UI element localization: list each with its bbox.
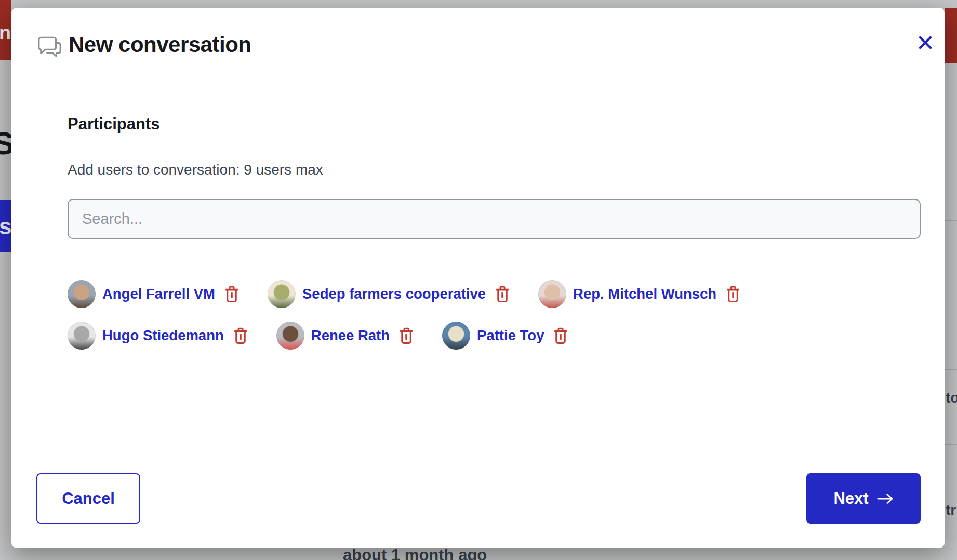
- participant-item: Sedep farmers cooperative: [268, 280, 510, 308]
- avatar: [68, 280, 96, 308]
- participant-item: Pattie Toy: [442, 322, 568, 350]
- backdrop-timestamp-fragment: about 1 month ago: [343, 546, 561, 560]
- arrow-right-icon: [877, 492, 894, 505]
- backdrop-active-nav-text-fragment: sa: [0, 214, 11, 239]
- participant-item: Rep. Mitchel Wunsch: [538, 280, 741, 308]
- trash-icon: [553, 327, 568, 344]
- screen: nv S sa to tr about 1 month ago New conv…: [0, 0, 957, 560]
- participant-name-link[interactable]: Hugo Stiedemann: [102, 327, 224, 344]
- participants-hint: Add users to conversation: 9 users max: [68, 162, 323, 178]
- backdrop-row-divider: [945, 444, 957, 445]
- backdrop-text-fragment: to: [946, 390, 957, 407]
- modal-title: New conversation: [69, 32, 251, 57]
- participant-name-link[interactable]: Rep. Mitchel Wunsch: [573, 286, 716, 302]
- trash-icon: [233, 327, 248, 344]
- backdrop-nav-text-fragment: nv: [0, 22, 11, 44]
- trash-icon: [224, 285, 240, 303]
- next-button-label: Next: [833, 489, 868, 508]
- backdrop-row-divider: [945, 369, 957, 370]
- backdrop-text-fragment: tr: [946, 502, 957, 519]
- new-conversation-modal: New conversation Participants Add users …: [11, 8, 945, 548]
- participants-heading: Participants: [68, 115, 160, 134]
- chat-bubbles-icon: [37, 35, 62, 59]
- cancel-button[interactable]: Cancel: [36, 473, 140, 524]
- close-button[interactable]: [915, 33, 935, 52]
- trash-icon: [495, 285, 510, 303]
- participant-name-link[interactable]: Pattie Toy: [477, 327, 544, 344]
- avatar: [68, 322, 96, 350]
- backdrop-row-divider: [945, 220, 957, 221]
- trash-icon: [398, 327, 414, 344]
- participant-list: Angel Farrell VM Sedep farmers cooperati…: [68, 280, 925, 350]
- delete-participant-button[interactable]: [553, 327, 568, 344]
- delete-participant-button[interactable]: [495, 285, 510, 303]
- delete-participant-button[interactable]: [398, 327, 414, 344]
- close-icon: [919, 36, 932, 49]
- search-input[interactable]: [68, 199, 921, 239]
- backdrop-active-nav-item: sa: [0, 200, 11, 252]
- backdrop-page-heading-fragment: S: [0, 125, 11, 161]
- backdrop-top-nav-right: [945, 8, 957, 63]
- delete-participant-button[interactable]: [233, 327, 248, 344]
- participant-name-link[interactable]: Renee Rath: [311, 327, 390, 344]
- delete-participant-button[interactable]: [725, 285, 741, 303]
- avatar: [538, 280, 566, 308]
- avatar: [276, 322, 304, 350]
- next-button[interactable]: Next: [806, 473, 921, 524]
- participant-item: Hugo Stiedemann: [68, 322, 248, 350]
- avatar: [268, 280, 296, 308]
- avatar: [442, 322, 470, 350]
- participant-item: Renee Rath: [276, 322, 414, 350]
- participant-name-link[interactable]: Sedep farmers cooperative: [302, 286, 486, 302]
- participant-item: Angel Farrell VM: [68, 280, 240, 308]
- delete-participant-button[interactable]: [224, 285, 240, 303]
- participant-name-link[interactable]: Angel Farrell VM: [102, 286, 215, 302]
- trash-icon: [725, 285, 741, 303]
- backdrop-top-nav-left: nv: [0, 0, 11, 60]
